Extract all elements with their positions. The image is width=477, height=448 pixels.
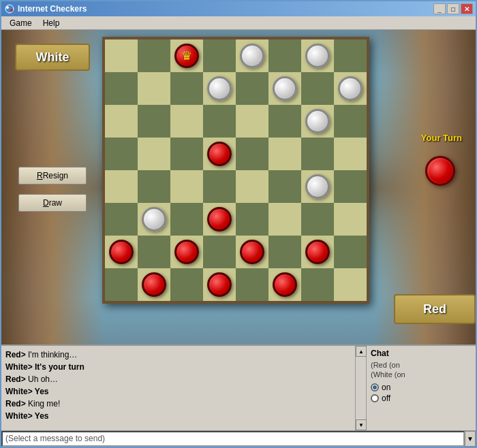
cell-1-2[interactable]	[170, 72, 203, 105]
menu-help[interactable]: Help	[37, 17, 65, 29]
cell-2-2[interactable]	[170, 105, 203, 138]
cell-4-5[interactable]	[268, 170, 301, 203]
message-dropdown-button[interactable]: ▼	[465, 431, 476, 447]
checker-white-1-7[interactable]	[338, 76, 363, 101]
checker-red-6-0[interactable]	[109, 240, 134, 264]
cell-1-6[interactable]	[301, 72, 334, 105]
cell-7-7[interactable]	[334, 268, 367, 301]
cell-1-1[interactable]	[138, 72, 170, 105]
cell-4-2[interactable]	[170, 170, 203, 203]
cell-7-3[interactable]	[203, 268, 236, 301]
cell-5-1[interactable]	[138, 203, 170, 236]
checker-red-7-1[interactable]	[142, 272, 166, 297]
cell-7-1[interactable]	[138, 268, 170, 301]
cell-5-3[interactable]	[203, 203, 236, 236]
cell-4-7[interactable]	[334, 170, 367, 203]
checker-red-5-3[interactable]	[207, 207, 232, 231]
cell-6-2[interactable]	[170, 236, 203, 268]
cell-1-4[interactable]	[236, 72, 268, 105]
window-controls: _ □ ✕	[433, 3, 473, 14]
cell-6-3[interactable]	[203, 236, 236, 268]
checker-white-5-1[interactable]	[142, 207, 166, 231]
radio-on-input[interactable]	[371, 383, 379, 391]
cell-0-6[interactable]	[301, 39, 334, 72]
close-button[interactable]: ✕	[461, 3, 473, 14]
resign-button[interactable]: RResign	[18, 167, 87, 185]
cell-4-4[interactable]	[236, 170, 268, 203]
cell-2-0[interactable]	[105, 105, 138, 138]
radio-on-item[interactable]: on	[371, 383, 472, 392]
cell-0-0[interactable]	[105, 39, 138, 72]
cell-3-3[interactable]	[203, 138, 236, 170]
cell-3-2[interactable]	[170, 138, 203, 170]
cell-1-0[interactable]	[105, 72, 138, 105]
cell-3-4[interactable]	[236, 138, 268, 170]
cell-6-5[interactable]	[268, 236, 301, 268]
cell-2-5[interactable]	[268, 105, 301, 138]
draw-button[interactable]: Draw	[18, 194, 87, 212]
your-turn-label: Your Turn	[421, 133, 462, 143]
cell-0-4[interactable]	[236, 39, 268, 72]
cell-5-5[interactable]	[268, 203, 301, 236]
radio-off-item[interactable]: off	[371, 394, 472, 403]
cell-4-1[interactable]	[138, 170, 170, 203]
cell-5-6[interactable]	[301, 203, 334, 236]
cell-6-6[interactable]	[301, 236, 334, 268]
cell-5-0[interactable]	[105, 203, 138, 236]
cell-5-7[interactable]	[334, 203, 367, 236]
cell-6-0[interactable]	[105, 236, 138, 268]
cell-2-4[interactable]	[236, 105, 268, 138]
cell-2-1[interactable]	[138, 105, 170, 138]
cell-6-7[interactable]	[334, 236, 367, 268]
checker-red-7-5[interactable]	[273, 272, 297, 297]
cell-4-6[interactable]	[301, 170, 334, 203]
checker-red-6-2[interactable]	[174, 240, 199, 264]
cell-2-3[interactable]	[203, 105, 236, 138]
checker-white-2-6[interactable]	[305, 109, 330, 133]
cell-7-2[interactable]	[170, 268, 203, 301]
cell-2-7[interactable]	[334, 105, 367, 138]
cell-1-5[interactable]	[268, 72, 301, 105]
cell-5-4[interactable]	[236, 203, 268, 236]
cell-0-1[interactable]	[138, 39, 170, 72]
cell-7-5[interactable]	[268, 268, 301, 301]
cell-0-5[interactable]	[268, 39, 301, 72]
cell-3-5[interactable]	[268, 138, 301, 170]
checker-white-1-5[interactable]	[273, 76, 297, 101]
cell-3-1[interactable]	[138, 138, 170, 170]
cell-3-0[interactable]	[105, 138, 138, 170]
cell-4-0[interactable]	[105, 170, 138, 203]
checker-white-0-6[interactable]	[305, 44, 330, 68]
checkerboard[interactable]	[105, 39, 367, 301]
menu-game[interactable]: Game	[4, 17, 37, 29]
scroll-down-button[interactable]: ▼	[356, 419, 367, 430]
checker-red-6-6[interactable]	[305, 240, 330, 264]
cell-1-3[interactable]	[203, 72, 236, 105]
cell-0-3[interactable]	[203, 39, 236, 72]
cell-6-4[interactable]	[236, 236, 268, 268]
checker-white-1-3[interactable]	[207, 76, 232, 101]
message-input[interactable]: (Select a message to send)	[1, 431, 465, 447]
cell-1-7[interactable]	[334, 72, 367, 105]
checker-red-6-4[interactable]	[240, 240, 264, 264]
minimize-button[interactable]: _	[433, 3, 446, 14]
checker-red-7-3[interactable]	[207, 272, 232, 297]
checker-white-0-4[interactable]	[240, 44, 264, 68]
cell-5-2[interactable]	[170, 203, 203, 236]
radio-off-input[interactable]	[371, 394, 379, 402]
checker-red-0-2[interactable]	[174, 44, 199, 68]
scroll-up-button[interactable]: ▲	[356, 346, 367, 357]
checker-red-3-3[interactable]	[207, 142, 232, 166]
cell-6-1[interactable]	[138, 236, 170, 268]
cell-7-0[interactable]	[105, 268, 138, 301]
cell-3-7[interactable]	[334, 138, 367, 170]
cell-2-6[interactable]	[301, 105, 334, 138]
cell-0-7[interactable]	[334, 39, 367, 72]
cell-7-6[interactable]	[301, 268, 334, 301]
cell-0-2[interactable]	[170, 39, 203, 72]
maximize-button[interactable]: □	[447, 3, 459, 14]
cell-7-4[interactable]	[236, 268, 268, 301]
checker-white-4-6[interactable]	[305, 174, 330, 199]
cell-4-3[interactable]	[203, 170, 236, 203]
cell-3-6[interactable]	[301, 138, 334, 170]
